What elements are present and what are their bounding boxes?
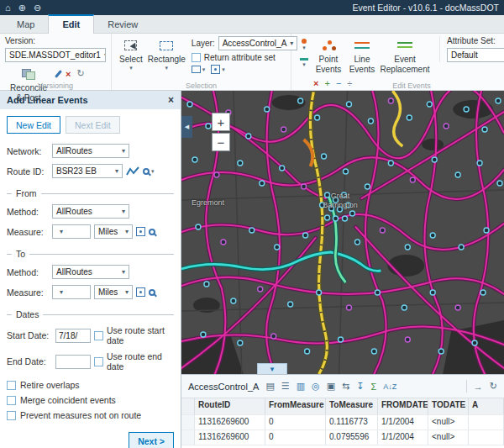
layer-label: Layer: [192,39,215,48]
select-label: Select [119,55,143,65]
reconcile-icon [22,69,35,80]
export-records-icon[interactable]: ↧ [356,381,364,392]
to-unit-dropdown[interactable]: Miles [94,285,133,299]
edit-records-icon[interactable]: ▤ [265,381,274,392]
rectangle-button[interactable]: Rectangle ▾ [145,36,188,73]
line-event-tool-icon[interactable]: ▾ [297,54,312,71]
from-measure-dropdown[interactable] [52,224,91,239]
to-zoom-measure-icon[interactable] [149,289,155,296]
delete-version-icon[interactable]: × [66,69,71,79]
route-id-dropdown[interactable]: BSR23 EB [52,164,123,178]
prevent-measures-checkbox[interactable] [7,411,16,420]
collapse-panel-arrow[interactable]: ◀ [181,116,192,138]
selectable-layers-icon[interactable]: ▾ [192,66,206,73]
version-label: Version: [5,36,106,45]
next-button[interactable]: Next > [129,432,174,448]
from-unit-dropdown[interactable]: Miles [94,224,133,239]
event-replacement-icon [397,40,412,50]
group-versioning: Version: SDE.MASSDOT_editor1 Reconcile &… [0,34,112,90]
to-pick-measure-icon[interactable] [136,287,145,297]
end-date-input[interactable] [55,355,91,369]
col-a[interactable]: A [469,398,504,415]
col-routeid[interactable]: RouteID [195,398,265,415]
route-zoom-icon[interactable]: ▾ [143,168,155,175]
line-events-button[interactable]: Line Events [345,36,379,76]
toolbar-separator [466,380,467,393]
col-frommeasure[interactable]: FromMeasure [265,398,326,415]
route-id-label: Route ID: [7,166,49,177]
map-zoom-in-button[interactable]: + [212,113,230,131]
col-fromdate[interactable]: FROMDATE [378,398,428,415]
from-pick-measure-icon[interactable] [136,227,145,236]
sort-az-icon[interactable]: A↓Z [383,382,396,391]
refresh-version-icon[interactable]: ↻ [76,68,84,79]
col-tomeasure[interactable]: ToMeasure [326,398,378,415]
app-title: Event Editor - v10.6.1 - docMassDOT [353,3,499,13]
select-route-on-map-icon[interactable] [126,166,139,177]
use-route-end-date-checkbox[interactable] [94,357,103,366]
ribbon: Version: SDE.MASSDOT_editor1 Reconcile &… [0,34,504,91]
col-todate[interactable]: TODATE [428,398,469,415]
return-attribute-set-label: Return attribute set [204,53,276,62]
cell-fromdate: 1/1/2004 [378,430,428,445]
layer-dropdown[interactable]: AccessControl_A [218,36,298,50]
dates-group: Dates Start Date: Use route start date E… [7,309,174,372]
from-method-dropdown[interactable]: AllRoutes [52,204,129,219]
attribute-set-dropdown[interactable]: Default [447,48,504,62]
table-row[interactable]: 11316269600 0 0.1116773 1/1/2004 <null> [181,415,504,430]
merge-coincident-events-checkbox[interactable] [7,396,16,405]
start-date-input[interactable] [55,329,91,343]
next-edit-button[interactable]: Next Edit [66,116,120,134]
network-dropdown[interactable]: AllRoutes [52,144,129,158]
map-zoom-out-button[interactable]: − [212,133,230,151]
zoom-out-icon[interactable]: ⊖ [34,3,41,13]
select-button[interactable]: Select ▾ [117,36,145,73]
from-group: From Method: AllRoutes Measure: Miles [7,188,174,239]
add-linear-events-panel: Add Linear Events × New Edit Next Edit N… [0,91,181,448]
selection-options-icon[interactable]: ▾ [211,65,225,74]
show-selected-records-icon[interactable]: ▥ [297,381,305,392]
go-to-record-icon[interactable]: → [474,382,483,392]
to-group: To Method: AllRoutes Measure: Miles [7,249,174,299]
cell-frommeasure: 0 [265,430,326,445]
edit-version-icon[interactable] [55,70,62,78]
new-edit-button[interactable]: New Edit [7,116,60,134]
point-event-tool-icon[interactable]: ▾ [297,36,312,54]
home-icon[interactable]: ⌂ [5,3,11,13]
retire-overlaps-checkbox[interactable] [7,381,16,390]
return-attribute-set-checkbox[interactable] [192,53,201,62]
row-selector[interactable] [181,415,195,430]
refresh-table-icon[interactable]: ↻ [490,381,497,392]
from-legend: From [16,188,37,198]
cell-tomeasure: 0.0795596 [326,430,378,445]
map-canvas[interactable]: + − ◀ ▼ Egremont Great Barrington [181,91,504,374]
cell-todate: <null> [428,430,469,445]
to-method-dropdown[interactable]: AllRoutes [52,265,129,279]
table-row[interactable]: 11316269600 0 0.0795596 1/1/2004 <null> [181,430,504,445]
versioning-group-label: Versioning [0,82,111,90]
switch-selection-icon[interactable]: ⇆ [342,381,349,392]
from-zoom-measure-icon[interactable] [149,229,155,235]
panel-close-icon[interactable]: × [168,94,174,106]
event-replacement-button[interactable]: Event Replacement [379,36,431,76]
select-tool-icon [124,40,137,50]
tab-map[interactable]: Map [3,16,48,33]
point-events-button[interactable]: Point Events [312,36,345,76]
collapse-table-arrow[interactable]: ▼ [257,363,287,374]
statistics-icon[interactable]: Σ [371,382,377,392]
use-route-start-date-checkbox[interactable] [94,331,103,340]
select-caret-icon: ▾ [129,65,133,71]
tab-review[interactable]: Review [94,16,151,33]
show-all-records-icon[interactable]: ☰ [281,381,290,392]
clear-selection-icon[interactable]: ▣ [327,381,335,392]
tab-edit[interactable]: Edit [48,14,94,34]
version-dropdown[interactable]: SDE.MASSDOT_editor1 [5,48,106,62]
to-measure-dropdown[interactable] [52,285,91,299]
network-label: Network: [7,146,49,156]
zoom-to-selection-icon[interactable]: ◎ [312,381,320,392]
from-method-label: Method: [7,207,49,217]
row-selector[interactable] [181,430,195,445]
zoom-in-icon[interactable]: ⊕ [18,3,26,13]
prevent-measures-label: Prevent measures not on route [20,410,141,420]
cell-a [469,415,504,430]
